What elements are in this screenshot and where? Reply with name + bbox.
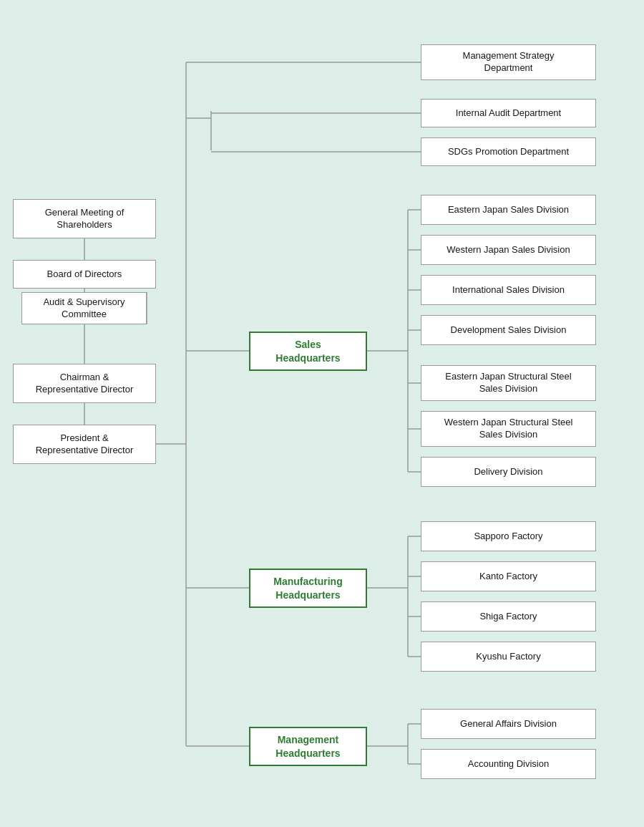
mfg-hq-box: ManufacturingHeadquarters (249, 569, 367, 608)
internal-audit-box: Internal Audit Department (421, 99, 596, 127)
kanto-box: Kanto Factory (421, 561, 596, 591)
audit-committee-box: Audit & SupervisoryCommittee (21, 292, 147, 324)
org-chart: General Meeting of Shareholders Board of… (0, 0, 644, 827)
mgmt-strategy-box: Management StrategyDepartment (421, 44, 596, 80)
sapporo-box: Sapporo Factory (421, 521, 596, 551)
eastern-structural-box: Eastern Japan Structural SteelSales Divi… (421, 365, 596, 401)
development-sales-box: Development Sales Division (421, 315, 596, 345)
accounting-box: Accounting Division (421, 749, 596, 779)
shiga-box: Shiga Factory (421, 601, 596, 632)
chairman-box: Chairman &Representative Director (13, 364, 156, 403)
international-sales-box: International Sales Division (421, 275, 596, 305)
eastern-sales-box: Eastern Japan Sales Division (421, 195, 596, 225)
western-sales-box: Western Japan Sales Division (421, 235, 596, 265)
general-meeting-box: General Meeting of Shareholders (13, 199, 156, 238)
kyushu-box: Kyushu Factory (421, 642, 596, 672)
delivery-box: Delivery Division (421, 457, 596, 487)
general-affairs-box: General Affairs Division (421, 709, 596, 739)
president-box: President &Representative Director (13, 425, 156, 464)
mgmt-hq-box: ManagementHeadquarters (249, 727, 367, 766)
board-box: Board of Directors (13, 260, 156, 289)
western-structural-box: Western Japan Structural SteelSales Divi… (421, 411, 596, 447)
sdgs-box: SDGs Promotion Department (421, 137, 596, 166)
sales-hq-box: SalesHeadquarters (249, 332, 367, 371)
